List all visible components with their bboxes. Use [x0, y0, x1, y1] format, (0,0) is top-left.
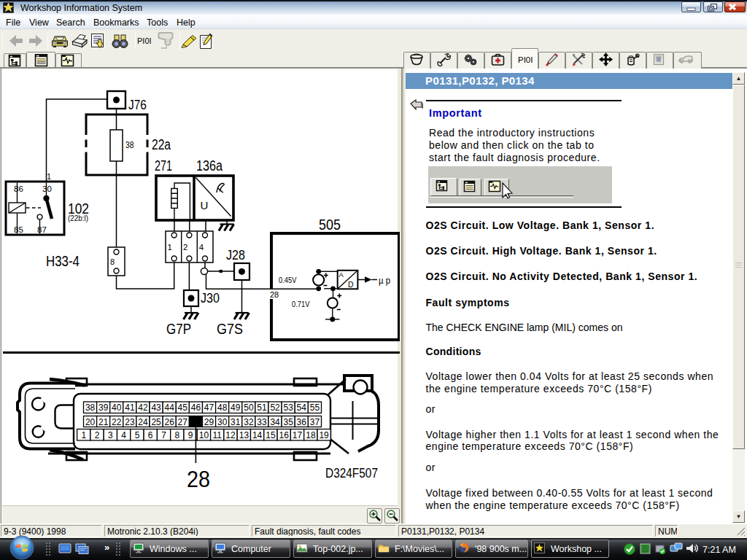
- svg-text:28: 28: [187, 467, 210, 492]
- svg-text:271: 271: [155, 158, 172, 174]
- svg-text:4: 4: [121, 430, 126, 440]
- svg-text:22: 22: [112, 417, 122, 427]
- svg-text:0.71V: 0.71V: [292, 300, 310, 308]
- svg-text:42: 42: [138, 402, 148, 413]
- svg-text:A: A: [339, 271, 344, 279]
- svg-text:J28: J28: [226, 247, 245, 262]
- svg-text:9: 9: [188, 430, 193, 440]
- svg-text:2: 2: [95, 430, 100, 440]
- svg-text:17: 17: [293, 430, 303, 440]
- svg-text:28: 28: [270, 290, 279, 299]
- svg-text:54: 54: [297, 402, 307, 413]
- svg-text:24: 24: [138, 417, 148, 427]
- svg-text:12: 12: [225, 430, 236, 440]
- svg-text:85: 85: [14, 225, 23, 234]
- svg-text:13: 13: [239, 430, 249, 440]
- svg-text:20: 20: [85, 417, 96, 427]
- svg-text:0.45V: 0.45V: [279, 276, 297, 284]
- svg-text:48: 48: [217, 402, 228, 413]
- svg-text:10: 10: [199, 430, 209, 440]
- svg-text:14: 14: [252, 430, 263, 440]
- svg-text:35: 35: [284, 417, 294, 427]
- svg-text:43: 43: [151, 402, 161, 413]
- svg-text:39: 39: [98, 402, 109, 413]
- svg-text:2: 2: [183, 243, 187, 252]
- svg-text:32: 32: [244, 417, 254, 427]
- svg-text:31: 31: [231, 417, 241, 427]
- svg-text:38: 38: [125, 140, 134, 150]
- svg-text:50: 50: [244, 402, 254, 413]
- svg-text:1: 1: [47, 172, 51, 181]
- svg-text:19: 19: [319, 430, 329, 440]
- svg-text:18: 18: [306, 430, 316, 440]
- svg-text:15: 15: [266, 430, 276, 440]
- svg-text:51: 51: [257, 402, 267, 413]
- svg-text:H33-4: H33-4: [46, 253, 80, 269]
- svg-text:D: D: [348, 280, 354, 289]
- svg-text:49: 49: [231, 402, 241, 413]
- svg-text:26: 26: [165, 417, 175, 427]
- svg-text:G7P: G7P: [166, 321, 191, 337]
- svg-text:1: 1: [81, 430, 86, 440]
- svg-text:40: 40: [112, 402, 122, 413]
- svg-text:»: »: [104, 542, 109, 553]
- svg-text:8: 8: [110, 257, 115, 266]
- svg-text:46: 46: [191, 402, 201, 413]
- svg-text:55: 55: [310, 402, 320, 413]
- svg-text:6: 6: [148, 430, 153, 440]
- svg-text:44: 44: [165, 402, 175, 413]
- svg-text:21: 21: [98, 417, 109, 427]
- svg-text:47: 47: [204, 402, 214, 413]
- svg-text:27: 27: [178, 417, 188, 427]
- svg-text:3: 3: [108, 430, 113, 440]
- svg-text:34: 34: [270, 417, 280, 427]
- svg-text:136a: 136a: [196, 158, 223, 174]
- svg-text:11: 11: [213, 430, 222, 440]
- svg-text:J76: J76: [128, 97, 147, 112]
- svg-text:G7S: G7S: [217, 321, 243, 337]
- svg-text:22a: 22a: [152, 136, 171, 152]
- svg-text:PI0I: PI0I: [137, 36, 152, 45]
- svg-text:16: 16: [279, 430, 290, 440]
- svg-text:7: 7: [161, 430, 166, 440]
- svg-text:23: 23: [125, 417, 135, 427]
- svg-text:(22b:l): (22b:l): [68, 214, 88, 222]
- svg-text:36: 36: [297, 417, 307, 427]
- svg-text:53: 53: [284, 402, 294, 413]
- svg-text:5: 5: [135, 430, 140, 440]
- svg-text:J30: J30: [201, 290, 220, 306]
- svg-text:U: U: [201, 199, 209, 211]
- svg-text:37: 37: [310, 417, 320, 427]
- svg-text:µ p: µ p: [379, 275, 390, 286]
- svg-text:25: 25: [151, 417, 161, 427]
- svg-text:30: 30: [217, 417, 228, 427]
- svg-text:45: 45: [178, 402, 188, 413]
- svg-text:33: 33: [257, 417, 267, 427]
- svg-text:D324F507: D324F507: [325, 465, 378, 481]
- svg-text:52: 52: [270, 402, 280, 413]
- svg-text:41: 41: [125, 402, 135, 413]
- svg-text:4: 4: [199, 243, 204, 252]
- svg-text:30: 30: [42, 184, 52, 193]
- svg-text:38: 38: [85, 402, 96, 413]
- svg-text:505: 505: [319, 217, 341, 233]
- svg-text:PI0I: PI0I: [518, 55, 533, 64]
- svg-text:8: 8: [174, 430, 179, 440]
- svg-text:1: 1: [168, 243, 172, 252]
- svg-text:86: 86: [14, 184, 23, 193]
- svg-text:87: 87: [37, 225, 47, 234]
- svg-text:29: 29: [204, 417, 214, 427]
